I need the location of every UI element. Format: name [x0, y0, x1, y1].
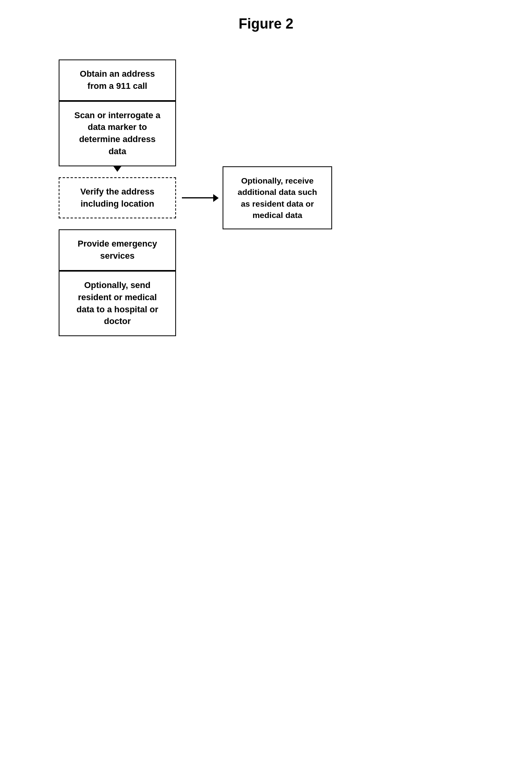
- arrow-right-optional: Optionally, receive additional data such…: [182, 166, 332, 230]
- box-scan-interrogate: Scan or interrogate a data marker to det…: [59, 101, 176, 166]
- box-provide-emergency: Provide emergency services: [59, 229, 176, 271]
- flow-column-after-verify: Provide emergency services Optionally, s…: [55, 229, 180, 336]
- flow-column-verify: Verify the address including location: [55, 177, 180, 219]
- diagram-container: Obtain an address from a 911 call Scan o…: [23, 52, 509, 336]
- figure-title: Figure 2: [23, 16, 509, 32]
- box-verify-address: Verify the address including location: [59, 177, 176, 219]
- flow-column: Obtain an address from a 911 call Scan o…: [55, 59, 180, 166]
- box-obtain-address: Obtain an address from a 911 call: [59, 59, 176, 101]
- page: Figure 2 Obtain an address from a 911 ca…: [0, 0, 532, 778]
- row-verify: Verify the address including location Op…: [55, 166, 332, 230]
- arrow-head-right: [213, 194, 219, 202]
- arrow-horizontal-line: [182, 197, 213, 198]
- box-optionally-send: Optionally, send resident or medical dat…: [59, 271, 176, 336]
- box-optional-data: Optionally, receive additional data such…: [223, 166, 332, 230]
